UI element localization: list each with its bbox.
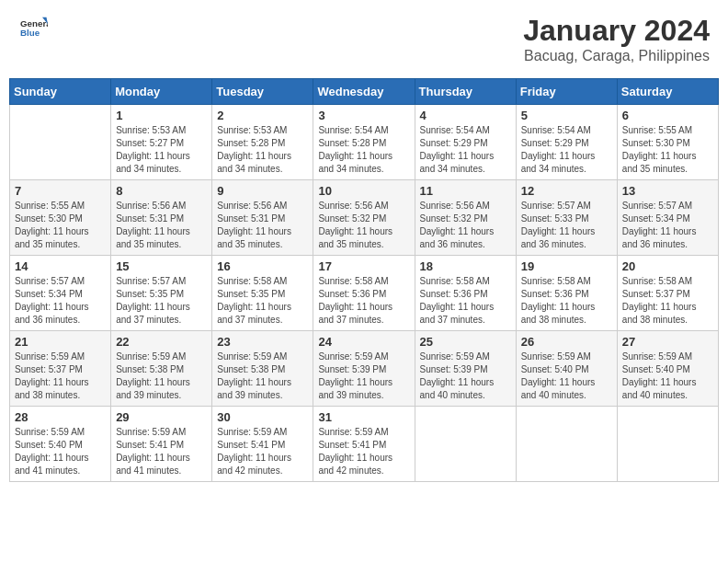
calendar-cell: 11Sunrise: 5:56 AM Sunset: 5:32 PM Dayli… (415, 180, 516, 256)
day-info: Sunrise: 5:56 AM Sunset: 5:31 PM Dayligh… (217, 200, 308, 251)
day-number: 3 (318, 109, 409, 122)
day-info: Sunrise: 5:55 AM Sunset: 5:30 PM Dayligh… (622, 124, 713, 176)
day-info: Sunrise: 5:56 AM Sunset: 5:32 PM Dayligh… (420, 200, 511, 251)
day-number: 19 (521, 259, 612, 273)
day-number: 29 (116, 410, 207, 424)
calendar-cell: 8Sunrise: 5:56 AM Sunset: 5:31 PM Daylig… (111, 180, 212, 256)
calendar-cell: 24Sunrise: 5:59 AM Sunset: 5:39 PM Dayli… (313, 331, 415, 407)
calendar-cell (516, 407, 617, 482)
day-info: Sunrise: 5:59 AM Sunset: 5:39 PM Dayligh… (420, 350, 511, 402)
location-subtitle: Bacuag, Caraga, Philippines (523, 48, 710, 64)
day-info: Sunrise: 5:57 AM Sunset: 5:35 PM Dayligh… (116, 275, 207, 327)
calendar-cell: 23Sunrise: 5:59 AM Sunset: 5:38 PM Dayli… (212, 331, 313, 407)
calendar-cell: 10Sunrise: 5:56 AM Sunset: 5:32 PM Dayli… (313, 180, 415, 256)
day-number: 27 (622, 335, 713, 349)
day-number: 4 (420, 109, 511, 122)
svg-text:Blue: Blue (20, 28, 40, 38)
title-block: January 2024 Bacuag, Caraga, Philippines (523, 14, 710, 64)
svg-text:General: General (20, 18, 48, 29)
day-number: 6 (622, 109, 713, 122)
calendar-cell: 7Sunrise: 5:55 AM Sunset: 5:30 PM Daylig… (10, 180, 111, 256)
calendar-cell: 22Sunrise: 5:59 AM Sunset: 5:38 PM Dayli… (111, 331, 212, 407)
day-info: Sunrise: 5:58 AM Sunset: 5:36 PM Dayligh… (521, 275, 612, 327)
page-header: General Blue January 2024 Bacuag, Caraga… (9, 9, 719, 69)
month-year-title: January 2024 (523, 14, 710, 48)
day-info: Sunrise: 5:59 AM Sunset: 5:41 PM Dayligh… (116, 426, 207, 477)
day-info: Sunrise: 5:59 AM Sunset: 5:37 PM Dayligh… (15, 350, 106, 402)
day-info: Sunrise: 5:59 AM Sunset: 5:41 PM Dayligh… (217, 426, 308, 477)
day-number: 18 (420, 259, 511, 273)
calendar-cell: 13Sunrise: 5:57 AM Sunset: 5:34 PM Dayli… (617, 180, 718, 256)
day-number: 17 (318, 259, 409, 273)
day-info: Sunrise: 5:56 AM Sunset: 5:32 PM Dayligh… (318, 200, 409, 251)
day-number: 22 (116, 335, 207, 349)
calendar-cell: 19Sunrise: 5:58 AM Sunset: 5:36 PM Dayli… (516, 256, 617, 331)
day-info: Sunrise: 5:55 AM Sunset: 5:30 PM Dayligh… (15, 200, 106, 251)
weekday-header-thursday: Thursday (415, 79, 516, 105)
day-number: 16 (217, 259, 308, 273)
calendar-cell: 5Sunrise: 5:54 AM Sunset: 5:29 PM Daylig… (516, 105, 617, 180)
day-info: Sunrise: 5:58 AM Sunset: 5:36 PM Dayligh… (420, 275, 511, 327)
logo-icon: General Blue (20, 14, 48, 41)
calendar-cell: 12Sunrise: 5:57 AM Sunset: 5:33 PM Dayli… (516, 180, 617, 256)
day-info: Sunrise: 5:58 AM Sunset: 5:35 PM Dayligh… (217, 275, 308, 327)
day-info: Sunrise: 5:57 AM Sunset: 5:34 PM Dayligh… (15, 275, 106, 327)
day-number: 24 (318, 335, 409, 349)
calendar-cell: 30Sunrise: 5:59 AM Sunset: 5:41 PM Dayli… (212, 407, 313, 482)
day-number: 9 (217, 184, 308, 198)
day-number: 13 (622, 184, 713, 198)
calendar-cell: 3Sunrise: 5:54 AM Sunset: 5:28 PM Daylig… (313, 105, 415, 180)
day-info: Sunrise: 5:59 AM Sunset: 5:40 PM Dayligh… (622, 350, 713, 402)
day-info: Sunrise: 5:54 AM Sunset: 5:29 PM Dayligh… (521, 124, 612, 176)
day-info: Sunrise: 5:53 AM Sunset: 5:27 PM Dayligh… (116, 124, 207, 176)
calendar-cell: 17Sunrise: 5:58 AM Sunset: 5:36 PM Dayli… (313, 256, 415, 331)
calendar-cell: 16Sunrise: 5:58 AM Sunset: 5:35 PM Dayli… (212, 256, 313, 331)
calendar-cell: 18Sunrise: 5:58 AM Sunset: 5:36 PM Dayli… (415, 256, 516, 331)
calendar-cell: 29Sunrise: 5:59 AM Sunset: 5:41 PM Dayli… (111, 407, 212, 482)
day-info: Sunrise: 5:59 AM Sunset: 5:41 PM Dayligh… (318, 426, 409, 477)
calendar-table: SundayMondayTuesdayWednesdayThursdayFrid… (9, 78, 719, 482)
day-number: 14 (15, 259, 106, 273)
weekday-header-row: SundayMondayTuesdayWednesdayThursdayFrid… (10, 79, 719, 105)
weekday-header-friday: Friday (516, 79, 617, 105)
day-number: 23 (217, 335, 308, 349)
day-number: 2 (217, 109, 308, 122)
calendar-week-row: 28Sunrise: 5:59 AM Sunset: 5:40 PM Dayli… (10, 407, 719, 482)
calendar-week-row: 21Sunrise: 5:59 AM Sunset: 5:37 PM Dayli… (10, 331, 719, 407)
day-number: 15 (116, 259, 207, 273)
logo: General Blue (18, 14, 48, 41)
day-number: 25 (420, 335, 511, 349)
day-info: Sunrise: 5:59 AM Sunset: 5:39 PM Dayligh… (318, 350, 409, 402)
calendar-cell: 26Sunrise: 5:59 AM Sunset: 5:40 PM Dayli… (516, 331, 617, 407)
day-info: Sunrise: 5:59 AM Sunset: 5:38 PM Dayligh… (217, 350, 308, 402)
weekday-header-sunday: Sunday (10, 79, 111, 105)
day-info: Sunrise: 5:59 AM Sunset: 5:40 PM Dayligh… (521, 350, 612, 402)
calendar-cell: 4Sunrise: 5:54 AM Sunset: 5:29 PM Daylig… (415, 105, 516, 180)
weekday-header-monday: Monday (111, 79, 212, 105)
day-number: 30 (217, 410, 308, 424)
day-info: Sunrise: 5:58 AM Sunset: 5:36 PM Dayligh… (318, 275, 409, 327)
calendar-cell: 14Sunrise: 5:57 AM Sunset: 5:34 PM Dayli… (10, 256, 111, 331)
calendar-cell: 6Sunrise: 5:55 AM Sunset: 5:30 PM Daylig… (617, 105, 718, 180)
calendar-cell (415, 407, 516, 482)
day-number: 20 (622, 259, 713, 273)
calendar-cell: 27Sunrise: 5:59 AM Sunset: 5:40 PM Dayli… (617, 331, 718, 407)
day-info: Sunrise: 5:53 AM Sunset: 5:28 PM Dayligh… (217, 124, 308, 176)
day-number: 21 (15, 335, 106, 349)
day-number: 11 (420, 184, 511, 198)
calendar-week-row: 14Sunrise: 5:57 AM Sunset: 5:34 PM Dayli… (10, 256, 719, 331)
day-number: 31 (318, 410, 409, 424)
calendar-cell: 28Sunrise: 5:59 AM Sunset: 5:40 PM Dayli… (10, 407, 111, 482)
calendar-cell: 25Sunrise: 5:59 AM Sunset: 5:39 PM Dayli… (415, 331, 516, 407)
day-info: Sunrise: 5:59 AM Sunset: 5:38 PM Dayligh… (116, 350, 207, 402)
day-info: Sunrise: 5:56 AM Sunset: 5:31 PM Dayligh… (116, 200, 207, 251)
weekday-header-tuesday: Tuesday (212, 79, 313, 105)
day-info: Sunrise: 5:57 AM Sunset: 5:34 PM Dayligh… (622, 200, 713, 251)
day-info: Sunrise: 5:57 AM Sunset: 5:33 PM Dayligh… (521, 200, 612, 251)
calendar-cell: 20Sunrise: 5:58 AM Sunset: 5:37 PM Dayli… (617, 256, 718, 331)
calendar-cell: 9Sunrise: 5:56 AM Sunset: 5:31 PM Daylig… (212, 180, 313, 256)
day-info: Sunrise: 5:54 AM Sunset: 5:29 PM Dayligh… (420, 124, 511, 176)
day-number: 10 (318, 184, 409, 198)
day-number: 8 (116, 184, 207, 198)
day-number: 1 (116, 109, 207, 122)
